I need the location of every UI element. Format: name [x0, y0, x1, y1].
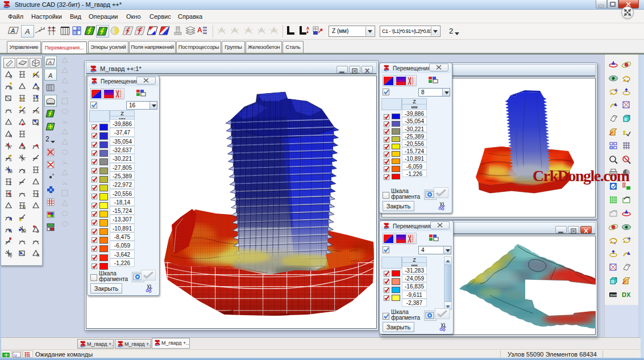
svg-text:A: A — [48, 60, 52, 65]
svg-text:M: M — [9, 170, 13, 174]
svg-text:A: A — [197, 26, 202, 34]
svg-text:A: A — [10, 27, 15, 34]
svg-text:Z: Z — [36, 194, 39, 198]
svg-text:N: N — [9, 134, 12, 138]
svg-text:N: N — [23, 206, 26, 210]
svg-text:Z: Z — [9, 182, 12, 186]
svg-text:Q: Q — [9, 253, 13, 258]
svg-text:x: x — [614, 241, 616, 245]
svg-text:Z: Z — [23, 170, 26, 174]
svg-text:DX: DX — [622, 291, 631, 298]
svg-text:А: А — [306, 26, 309, 30]
svg-text:M: M — [9, 86, 13, 90]
svg-text:A: A — [24, 27, 30, 36]
svg-text:M: M — [23, 229, 26, 233]
svg-text:S: S — [23, 146, 26, 150]
svg-text:N: N — [36, 74, 39, 78]
svg-text:BMP: BMP — [610, 294, 618, 297]
svg-text:N: N — [9, 229, 12, 233]
svg-text:1,2: 1,2 — [40, 27, 45, 30]
svg-text:N: N — [36, 253, 39, 257]
svg-text:N: N — [36, 110, 39, 114]
svg-text:S: S — [9, 158, 12, 162]
svg-text:A: A — [48, 72, 52, 79]
svg-text:S: S — [36, 122, 39, 126]
svg-text:S: S — [23, 110, 26, 114]
svg-text:u: u — [14, 353, 16, 358]
svg-text:Q: Q — [9, 74, 13, 79]
svg-text:Q: Q — [36, 86, 40, 91]
svg-text:Z: Z — [36, 229, 39, 233]
svg-text:S: S — [9, 194, 12, 198]
svg-text:N: N — [9, 217, 12, 221]
svg-text:x: x — [627, 79, 629, 83]
